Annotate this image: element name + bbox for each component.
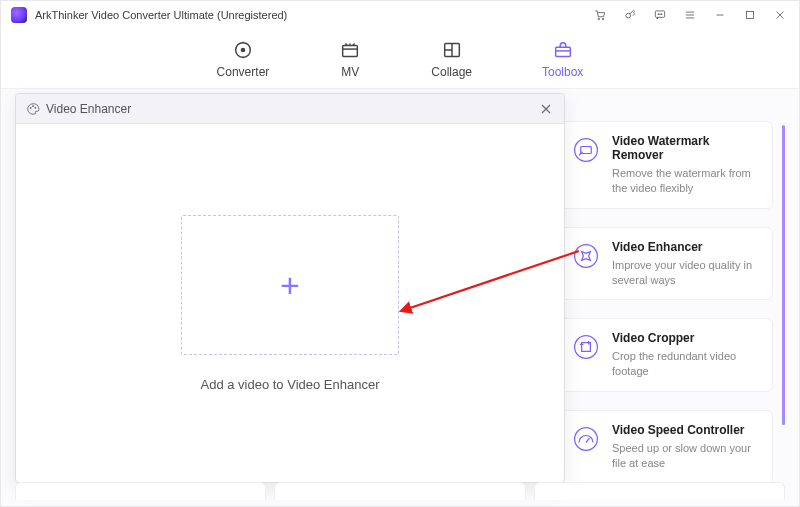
modal-close-button[interactable] [538,101,554,117]
scrollbar-track[interactable] [782,125,785,425]
content-area: Video Watermark Remover Remove the water… [1,89,799,506]
minimize-button[interactable] [711,6,729,24]
card-desc: Improve your video quality in several wa… [612,258,760,288]
svg-rect-12 [555,47,570,56]
card-desc: Remove the watermark from the video flex… [612,166,760,196]
tab-mv[interactable]: MV [339,39,361,79]
card-desc: Crop the redundant video footage [612,349,760,379]
plus-icon: + [280,268,300,302]
cropper-icon [570,331,602,363]
cart-icon[interactable] [591,6,609,24]
card-speed-controller[interactable]: Video Speed Controller Speed up or slow … [559,410,773,484]
key-icon[interactable] [621,6,639,24]
modal-title: Video Enhancer [46,102,131,116]
svg-point-1 [602,18,604,20]
main-tabs: Converter MV Collage Toolbox [1,29,799,89]
converter-icon [232,39,254,61]
tab-toolbox[interactable]: Toolbox [542,39,583,79]
maximize-button[interactable] [741,6,759,24]
svg-point-19 [30,107,31,108]
add-video-dropzone[interactable]: + [181,215,399,355]
svg-point-5 [660,14,661,15]
modal-header: Video Enhancer [16,94,564,124]
svg-point-4 [658,14,659,15]
svg-point-2 [626,13,631,18]
svg-rect-10 [343,45,358,56]
toolbox-icon [552,39,574,61]
menu-icon[interactable] [681,6,699,24]
app-title: ArkThinker Video Converter Ultimate (Unr… [35,9,287,21]
svg-rect-7 [747,12,754,19]
tab-converter[interactable]: Converter [217,39,270,79]
app-logo [11,7,27,23]
svg-point-21 [35,107,36,108]
svg-point-13 [575,139,598,162]
dropzone-label: Add a video to Video Enhancer [200,377,379,392]
bottom-card-stubs [15,482,785,500]
speed-icon [570,423,602,455]
card-desc: Speed up or slow down your file at ease [612,441,760,471]
svg-point-0 [598,18,600,20]
card-title: Video Cropper [612,331,760,345]
close-button[interactable] [771,6,789,24]
svg-point-16 [575,336,598,359]
card-video-enhancer[interactable]: Video Enhancer Improve your video qualit… [559,227,773,301]
card-watermark-remover[interactable]: Video Watermark Remover Remove the water… [559,121,773,209]
watermark-icon [570,134,602,166]
palette-icon [26,102,40,116]
titlebar: ArkThinker Video Converter Ultimate (Unr… [1,1,799,29]
card-title: Video Watermark Remover [612,134,760,162]
svg-point-15 [575,244,598,267]
modal-body: + Add a video to Video Enhancer [16,124,564,482]
svg-point-6 [661,14,662,15]
svg-point-20 [32,105,33,106]
card-title: Video Speed Controller [612,423,760,437]
tab-collage[interactable]: Collage [431,39,472,79]
video-enhancer-modal: Video Enhancer + Add a video to Video En… [15,93,565,483]
tool-card-list: Video Watermark Remover Remove the water… [559,121,773,484]
card-video-cropper[interactable]: Video Cropper Crop the redundant video f… [559,318,773,392]
svg-point-9 [241,47,246,52]
tab-label: Toolbox [542,65,583,79]
collage-icon [441,39,463,61]
enhancer-icon [570,240,602,272]
tab-label: MV [341,65,359,79]
tab-label: Collage [431,65,472,79]
card-title: Video Enhancer [612,240,760,254]
svg-point-18 [575,428,598,451]
mv-icon [339,39,361,61]
feedback-icon[interactable] [651,6,669,24]
tab-label: Converter [217,65,270,79]
